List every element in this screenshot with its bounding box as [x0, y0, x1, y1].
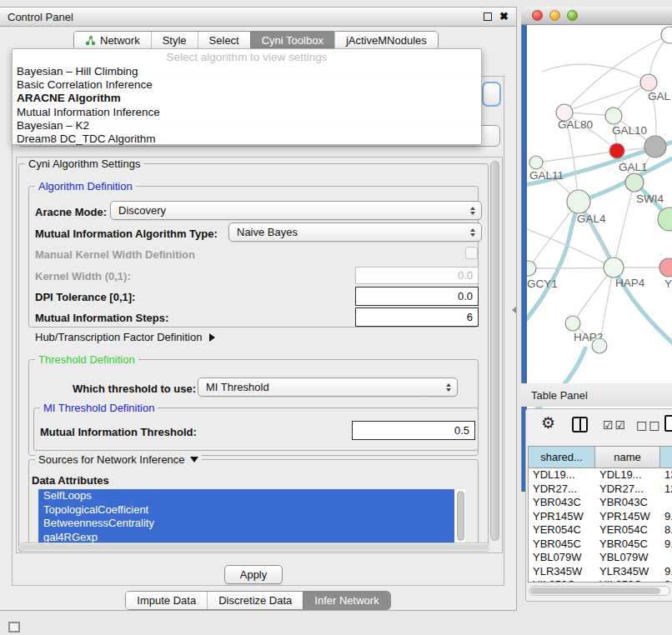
list-scrollbar[interactable]	[457, 491, 464, 541]
table-cell: YER054C	[529, 523, 595, 538]
algorithm-option[interactable]: Mutual Information Inference	[13, 106, 481, 119]
close-icon[interactable]: ✖	[499, 12, 509, 21]
minimized-panel-icon[interactable]	[8, 622, 20, 632]
table-cell: YBR043C	[529, 496, 595, 510]
tab-jactivemnodules[interactable]: jActiveMNodules	[334, 32, 438, 49]
algorithm-option[interactable]: Bayesian – K2	[13, 119, 481, 132]
tab-select[interactable]: Select	[198, 32, 250, 49]
table-cell: YLR345W	[529, 565, 595, 579]
table-cell: YIL053C	[595, 578, 660, 582]
stepper-arrows-icon	[470, 207, 475, 215]
mi-threshold-field[interactable]: 0.5	[352, 421, 475, 440]
zoom-traffic-light-icon[interactable]	[567, 10, 578, 21]
table-cell: YBL079W	[529, 551, 595, 565]
network-edge[interactable]	[614, 182, 634, 268]
sources-toggle[interactable]: Sources for Network Inference	[35, 453, 202, 466]
page-icon[interactable]	[664, 415, 672, 432]
network-node-y[interactable]	[659, 258, 672, 277]
inference-algorithm-combo-fragment[interactable]	[482, 82, 501, 107]
table-cell: YPR145W	[595, 510, 660, 524]
data-attribute-item[interactable]: SelfLoops	[38, 489, 454, 503]
kernel-width-field[interactable]: 0.0	[355, 267, 479, 284]
network-edge[interactable]	[564, 82, 649, 112]
column-header[interactable]	[660, 447, 672, 468]
panel-splitter-arrow-icon[interactable]	[512, 307, 516, 313]
unchecked-boxes-icon[interactable]: □□	[636, 418, 661, 432]
network-node-gal4[interactable]	[567, 190, 590, 213]
tab-discretize-data[interactable]: Discretize Data	[207, 592, 303, 609]
tab-network[interactable]: Network	[74, 32, 151, 49]
table-row[interactable]: YDL19...YDL19...13	[529, 468, 672, 482]
network-node-gcy1[interactable]	[527, 261, 536, 276]
apply-button[interactable]: Apply	[224, 565, 283, 584]
data-attribute-item[interactable]: TopologicalCoefficient	[38, 503, 454, 518]
checked-boxes-icon[interactable]: ☑☑	[603, 418, 627, 432]
table-row[interactable]: YPR145WYPR145W9.	[529, 510, 672, 524]
gear-icon[interactable]: ⚙	[541, 413, 555, 432]
network-node-gal10[interactable]	[605, 108, 622, 124]
network-node[interactable]	[644, 136, 666, 158]
table-row[interactable]: YER054CYER054C8.	[529, 523, 672, 538]
network-node[interactable]	[661, 27, 672, 43]
table-row[interactable]: YBR045CYBR045C9.	[529, 538, 672, 552]
network-edge[interactable]	[542, 64, 649, 82]
table-row[interactable]: YBR043CYBR043C	[529, 496, 672, 510]
dpi-tolerance-field[interactable]: 0.0	[355, 287, 479, 306]
manual-kernel-width-checkbox[interactable]	[465, 247, 478, 259]
table-row[interactable]: YDR27...YDR27...12	[529, 482, 672, 497]
algorithm-option[interactable]: Basic Correlation Inference	[13, 78, 481, 92]
algorithm-option[interactable]: ARACNE Algorithm	[13, 92, 481, 105]
table-cell: YBR045C	[529, 538, 595, 552]
aracne-mode-combo[interactable]: Discovery	[110, 201, 482, 220]
control-panel-tabbar: NetworkStyleSelectCyni ToolboxjActiveMNo…	[73, 31, 439, 50]
table-horizontal-scrollbar[interactable]	[529, 586, 670, 596]
table-row[interactable]: YBL079WYBL079W	[529, 551, 672, 565]
network-node-gal1[interactable]	[609, 143, 624, 158]
network-window-titlebar[interactable]	[521, 7, 672, 25]
network-node-gal[interactable]	[640, 74, 657, 91]
screen: { "control_panel": { "title": "Control P…	[0, 0, 672, 635]
algorithm-option[interactable]: Bayesian – Hill Climbing	[13, 65, 481, 78]
minimize-traffic-light-icon[interactable]	[549, 10, 560, 21]
table-cell: YER054C	[595, 523, 660, 538]
network-node-label: GAL80	[558, 118, 593, 131]
network-node[interactable]	[592, 338, 607, 353]
table-row[interactable]: YLR345WYLR345W9.	[529, 565, 672, 579]
table-panel-card: ⚙ ☑☑ □□ shared...name YDL19...YDL19...13…	[525, 408, 672, 602]
network-node[interactable]	[658, 208, 672, 231]
tab-style[interactable]: Style	[151, 32, 198, 49]
network-node-gal11[interactable]	[529, 156, 543, 169]
tab-cyni-toolbox[interactable]: Cyni Toolbox	[250, 32, 334, 49]
group-title: Cyni Algorithm Settings	[25, 158, 143, 170]
column-header[interactable]: name	[595, 447, 660, 468]
stepper-arrows-icon	[470, 228, 475, 237]
settings-horizontal-scrollbar[interactable]	[18, 542, 490, 552]
float-window-icon[interactable]	[484, 12, 492, 21]
kernel-width-label: Kernel Width (0,1):	[35, 270, 131, 282]
network-node-label: HAP4	[615, 277, 645, 289]
tab-infer-network[interactable]: Infer Network	[303, 592, 389, 609]
node-attribute-table: shared...name YDL19...YDL19...13YDR27...…	[528, 446, 672, 582]
mi-steps-value: 6	[467, 311, 473, 323]
hub-definition-toggle[interactable]: Hub/Transcription Factor Definition	[35, 331, 215, 343]
data-attribute-item[interactable]: BetweennessCentrality	[38, 517, 454, 531]
which-threshold-combo[interactable]: MI Threshold	[198, 378, 458, 397]
column-header[interactable]: shared...	[529, 447, 595, 468]
network-edge[interactable]	[536, 151, 617, 162]
network-edge[interactable]	[529, 268, 614, 268]
tab-impute-data[interactable]: Impute Data	[126, 592, 207, 609]
tab-label: Style	[163, 34, 187, 47]
collapse-down-icon	[190, 457, 198, 462]
network-node-hap4[interactable]	[604, 258, 624, 278]
network-node-swi4[interactable]	[625, 173, 644, 192]
columns-icon[interactable]	[572, 417, 588, 432]
network-node-label: GAL10	[612, 124, 647, 137]
mi-steps-field[interactable]: 6	[355, 308, 479, 327]
table-row[interactable]: YIL053CYIL053C9	[529, 578, 672, 582]
settings-vertical-scrollbar[interactable]	[489, 159, 501, 551]
mi-algorithm-type-combo[interactable]: Naive Bayes	[228, 222, 482, 242]
algorithm-dropdown-popup: Select algorithm to view settings Bayesi…	[12, 48, 482, 145]
close-traffic-light-icon[interactable]	[532, 10, 543, 21]
network-node-hap2[interactable]	[565, 316, 580, 331]
algorithm-option[interactable]: Dream8 DC_TDC Algorithm	[13, 132, 481, 146]
